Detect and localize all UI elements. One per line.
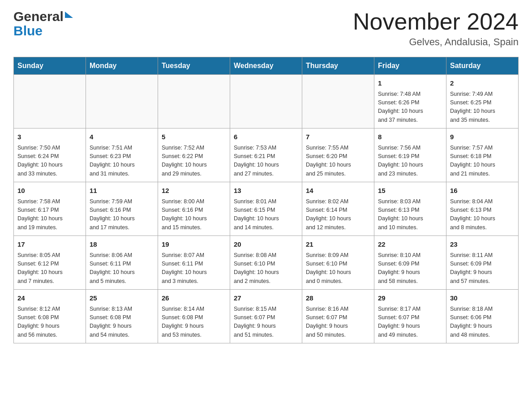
day-info: Sunrise: 8:11 AM Sunset: 6:09 PM Dayligh… xyxy=(450,251,515,286)
day-number: 4 xyxy=(90,132,154,142)
day-number: 25 xyxy=(90,293,154,304)
calendar-week-row: 3Sunrise: 7:50 AM Sunset: 6:24 PM Daylig… xyxy=(14,128,519,182)
calendar-day-cell: 4Sunrise: 7:51 AM Sunset: 6:23 PM Daylig… xyxy=(86,128,158,182)
day-number: 24 xyxy=(17,293,82,304)
day-number: 2 xyxy=(450,78,515,89)
calendar-day-cell: 20Sunrise: 8:08 AM Sunset: 6:10 PM Dayli… xyxy=(230,236,302,290)
day-info: Sunrise: 8:14 AM Sunset: 6:08 PM Dayligh… xyxy=(162,305,226,340)
calendar-day-cell: 3Sunrise: 7:50 AM Sunset: 6:24 PM Daylig… xyxy=(14,128,86,182)
day-number: 10 xyxy=(17,186,82,196)
calendar-day-cell: 5Sunrise: 7:52 AM Sunset: 6:22 PM Daylig… xyxy=(158,128,230,182)
day-number: 3 xyxy=(17,132,82,142)
calendar-day-cell: 17Sunrise: 8:05 AM Sunset: 6:12 PM Dayli… xyxy=(14,236,86,290)
day-info: Sunrise: 8:08 AM Sunset: 6:10 PM Dayligh… xyxy=(234,251,298,286)
calendar-day-cell xyxy=(230,75,302,128)
day-info: Sunrise: 8:02 AM Sunset: 6:14 PM Dayligh… xyxy=(306,197,370,232)
calendar-day-cell xyxy=(302,75,374,128)
calendar-week-row: 10Sunrise: 7:58 AM Sunset: 6:17 PM Dayli… xyxy=(14,182,519,236)
day-number: 21 xyxy=(306,240,370,250)
day-info: Sunrise: 8:05 AM Sunset: 6:12 PM Dayligh… xyxy=(17,251,82,286)
logo-arrow-icon xyxy=(65,12,73,18)
day-number: 6 xyxy=(234,132,298,142)
calendar-day-cell: 11Sunrise: 7:59 AM Sunset: 6:16 PM Dayli… xyxy=(86,182,158,236)
day-number: 15 xyxy=(378,186,442,196)
calendar-day-cell: 29Sunrise: 8:17 AM Sunset: 6:07 PM Dayli… xyxy=(374,290,446,343)
calendar-day-cell: 14Sunrise: 8:02 AM Sunset: 6:14 PM Dayli… xyxy=(302,182,374,236)
day-info: Sunrise: 8:18 AM Sunset: 6:06 PM Dayligh… xyxy=(450,305,515,340)
calendar-day-cell: 9Sunrise: 7:57 AM Sunset: 6:18 PM Daylig… xyxy=(446,128,519,182)
calendar-day-cell: 24Sunrise: 8:12 AM Sunset: 6:08 PM Dayli… xyxy=(14,290,86,343)
day-number: 11 xyxy=(90,186,154,196)
calendar-day-cell: 1Sunrise: 7:48 AM Sunset: 6:26 PM Daylig… xyxy=(374,75,446,128)
calendar-day-header: Thursday xyxy=(302,57,374,75)
day-number: 1 xyxy=(378,78,442,89)
calendar-day-cell xyxy=(158,75,230,128)
day-info: Sunrise: 8:01 AM Sunset: 6:15 PM Dayligh… xyxy=(234,197,298,232)
day-info: Sunrise: 7:59 AM Sunset: 6:16 PM Dayligh… xyxy=(90,197,154,232)
calendar-day-cell: 28Sunrise: 8:16 AM Sunset: 6:07 PM Dayli… xyxy=(302,290,374,343)
day-number: 20 xyxy=(234,240,298,250)
calendar-day-cell: 25Sunrise: 8:13 AM Sunset: 6:08 PM Dayli… xyxy=(86,290,158,343)
day-info: Sunrise: 8:03 AM Sunset: 6:13 PM Dayligh… xyxy=(378,197,442,232)
day-info: Sunrise: 7:52 AM Sunset: 6:22 PM Dayligh… xyxy=(162,144,226,179)
location-title: Gelves, Andalusia, Spain xyxy=(353,36,519,48)
calendar-day-cell: 7Sunrise: 7:55 AM Sunset: 6:20 PM Daylig… xyxy=(302,128,374,182)
calendar-day-header: Friday xyxy=(374,57,446,75)
day-number: 27 xyxy=(234,293,298,304)
calendar-header-row: SundayMondayTuesdayWednesdayThursdayFrid… xyxy=(14,57,519,75)
calendar-day-cell xyxy=(86,75,158,128)
day-info: Sunrise: 7:51 AM Sunset: 6:23 PM Dayligh… xyxy=(90,144,154,179)
calendar-week-row: 24Sunrise: 8:12 AM Sunset: 6:08 PM Dayli… xyxy=(14,290,519,343)
day-number: 19 xyxy=(162,240,226,250)
calendar-day-cell: 23Sunrise: 8:11 AM Sunset: 6:09 PM Dayli… xyxy=(446,236,519,290)
calendar-day-cell: 13Sunrise: 8:01 AM Sunset: 6:15 PM Dayli… xyxy=(230,182,302,236)
logo-blue-text: Blue xyxy=(13,23,43,39)
logo-general-text: General xyxy=(13,9,64,24)
day-info: Sunrise: 7:48 AM Sunset: 6:26 PM Dayligh… xyxy=(378,90,442,125)
day-info: Sunrise: 7:49 AM Sunset: 6:25 PM Dayligh… xyxy=(450,90,515,125)
day-number: 7 xyxy=(306,132,370,142)
calendar-day-header: Wednesday xyxy=(230,57,302,75)
calendar-week-row: 1Sunrise: 7:48 AM Sunset: 6:26 PM Daylig… xyxy=(14,75,519,128)
calendar-week-row: 17Sunrise: 8:05 AM Sunset: 6:12 PM Dayli… xyxy=(14,236,519,290)
title-section: November 2024 Gelves, Andalusia, Spain xyxy=(353,9,519,48)
day-info: Sunrise: 8:09 AM Sunset: 6:10 PM Dayligh… xyxy=(306,251,370,286)
calendar-day-cell: 10Sunrise: 7:58 AM Sunset: 6:17 PM Dayli… xyxy=(14,182,86,236)
day-info: Sunrise: 8:00 AM Sunset: 6:16 PM Dayligh… xyxy=(162,197,226,232)
calendar-day-header: Tuesday xyxy=(158,57,230,75)
day-number: 18 xyxy=(90,240,154,250)
calendar-day-header: Monday xyxy=(86,57,158,75)
day-number: 26 xyxy=(162,293,226,304)
day-info: Sunrise: 7:56 AM Sunset: 6:19 PM Dayligh… xyxy=(378,144,442,179)
day-info: Sunrise: 7:55 AM Sunset: 6:20 PM Dayligh… xyxy=(306,144,370,179)
day-number: 12 xyxy=(162,186,226,196)
logo: General Blue xyxy=(13,9,73,39)
calendar-day-cell: 12Sunrise: 8:00 AM Sunset: 6:16 PM Dayli… xyxy=(158,182,230,236)
calendar-day-cell: 2Sunrise: 7:49 AM Sunset: 6:25 PM Daylig… xyxy=(446,75,519,128)
calendar-day-header: Sunday xyxy=(14,57,86,75)
day-number: 9 xyxy=(450,132,515,142)
calendar-day-cell: 15Sunrise: 8:03 AM Sunset: 6:13 PM Dayli… xyxy=(374,182,446,236)
day-number: 30 xyxy=(450,293,515,304)
day-number: 23 xyxy=(450,240,515,250)
day-number: 16 xyxy=(450,186,515,196)
day-number: 5 xyxy=(162,132,226,142)
day-number: 8 xyxy=(378,132,442,142)
calendar-day-cell: 30Sunrise: 8:18 AM Sunset: 6:06 PM Dayli… xyxy=(446,290,519,343)
calendar-day-cell: 18Sunrise: 8:06 AM Sunset: 6:11 PM Dayli… xyxy=(86,236,158,290)
day-info: Sunrise: 8:17 AM Sunset: 6:07 PM Dayligh… xyxy=(378,305,442,340)
calendar-table: SundayMondayTuesdayWednesdayThursdayFrid… xyxy=(13,57,519,343)
calendar-day-cell: 26Sunrise: 8:14 AM Sunset: 6:08 PM Dayli… xyxy=(158,290,230,343)
calendar-day-cell xyxy=(14,75,86,128)
calendar-day-cell: 6Sunrise: 7:53 AM Sunset: 6:21 PM Daylig… xyxy=(230,128,302,182)
calendar-day-header: Saturday xyxy=(446,57,519,75)
month-title: November 2024 xyxy=(353,9,519,34)
day-info: Sunrise: 7:50 AM Sunset: 6:24 PM Dayligh… xyxy=(17,144,82,179)
day-info: Sunrise: 8:07 AM Sunset: 6:11 PM Dayligh… xyxy=(162,251,226,286)
day-info: Sunrise: 8:12 AM Sunset: 6:08 PM Dayligh… xyxy=(17,305,82,340)
day-info: Sunrise: 8:16 AM Sunset: 6:07 PM Dayligh… xyxy=(306,305,370,340)
calendar-day-cell: 16Sunrise: 8:04 AM Sunset: 6:13 PM Dayli… xyxy=(446,182,519,236)
day-number: 29 xyxy=(378,293,442,304)
day-number: 17 xyxy=(17,240,82,250)
page-header: General Blue November 2024 Gelves, Andal… xyxy=(13,9,519,48)
